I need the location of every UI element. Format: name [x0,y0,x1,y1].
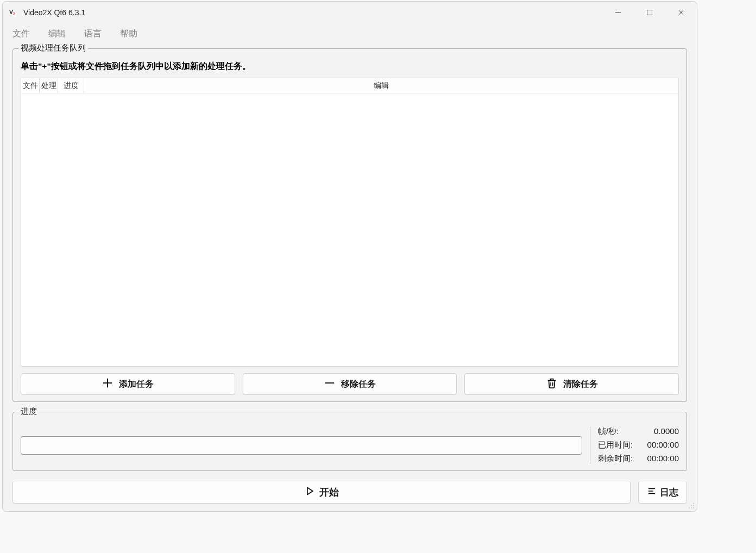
remaining-label: 剩余时间: [598,454,633,464]
plus-icon [102,377,114,391]
elapsed-label: 已用时间: [598,440,633,450]
queue-buttons: 添加任务 移除任务 清除任务 [21,373,679,395]
start-label: 开始 [319,486,339,499]
close-button[interactable] [665,2,697,23]
table-header: 文件 处理 进度 编辑 [21,78,678,93]
svg-marker-11 [307,487,313,494]
clear-tasks-button[interactable]: 清除任务 [464,373,679,395]
play-icon [304,486,315,499]
svg-text:2: 2 [13,12,15,16]
col-progress[interactable]: 进度 [58,78,84,93]
svg-point-20 [693,507,694,508]
svg-point-17 [693,505,694,506]
svg-point-19 [691,507,692,508]
resize-grip[interactable] [688,502,695,510]
trash-icon [546,377,558,391]
fps-value: 0.0000 [654,426,679,437]
clear-tasks-label: 清除任务 [563,379,598,390]
bottom-controls: 开始 日志 [12,481,687,504]
minus-icon [324,377,336,391]
table-body[interactable] [21,93,678,366]
stat-remaining: 剩余时间: 00:00:00 [598,454,679,464]
menu-language[interactable]: 语言 [84,28,102,40]
remove-task-button[interactable]: 移除任务 [243,373,457,395]
col-edit[interactable]: 编辑 [84,78,678,93]
add-task-button[interactable]: 添加任务 [21,373,235,395]
svg-text:V: V [9,9,13,15]
svg-rect-3 [647,10,652,15]
col-file[interactable]: 文件 [21,78,40,93]
menu-file[interactable]: 文件 [12,28,30,40]
queue-title: 视频处理任务队列 [18,43,88,53]
maximize-button[interactable] [634,2,665,23]
queue-groupbox: 视频处理任务队列 单击"+"按钮或将文件拖到任务队列中以添加新的处理任务。 文件… [12,48,687,402]
stats-panel: 帧/秒: 0.0000 已用时间: 00:00:00 剩余时间: 00:00:0… [590,426,679,464]
window-controls [602,2,697,23]
window-title: Video2X Qt6 6.3.1 [23,8,85,17]
titlebar: V2 Video2X Qt6 6.3.1 [3,2,697,23]
body-area: 视频处理任务队列 单击"+"按钮或将文件拖到任务队列中以添加新的处理任务。 文件… [3,44,697,511]
menubar: 文件 编辑 语言 帮助 [3,23,697,44]
svg-point-18 [689,507,690,508]
app-window: V2 Video2X Qt6 6.3.1 文件 编辑 语言 帮助 视频处理任务队… [2,1,697,512]
add-task-label: 添加任务 [119,379,154,390]
progress-title: 进度 [18,406,39,417]
log-button[interactable]: 日志 [638,481,687,504]
menu-help[interactable]: 帮助 [120,28,137,40]
stat-elapsed: 已用时间: 00:00:00 [598,440,679,450]
stat-fps: 帧/秒: 0.0000 [598,426,679,437]
svg-point-15 [693,503,694,504]
progress-groupbox: 进度 帧/秒: 0.0000 已用时间: 00:00:00 剩余时间: 00:0… [12,412,687,471]
menu-edit[interactable]: 编辑 [48,28,66,40]
queue-hint: 单击"+"按钮或将文件拖到任务队列中以添加新的处理任务。 [21,61,679,72]
app-icon: V2 [9,8,19,17]
fps-label: 帧/秒: [598,426,619,437]
elapsed-value: 00:00:00 [647,440,679,450]
remove-task-label: 移除任务 [341,379,376,390]
log-icon [647,486,657,499]
remaining-value: 00:00:00 [647,454,679,464]
svg-point-16 [691,505,692,506]
minimize-button[interactable] [602,2,634,23]
log-label: 日志 [660,486,678,499]
col-process[interactable]: 处理 [40,78,58,93]
task-table[interactable]: 文件 处理 进度 编辑 [21,78,679,367]
start-button[interactable]: 开始 [12,481,631,504]
progress-bar [21,436,582,455]
